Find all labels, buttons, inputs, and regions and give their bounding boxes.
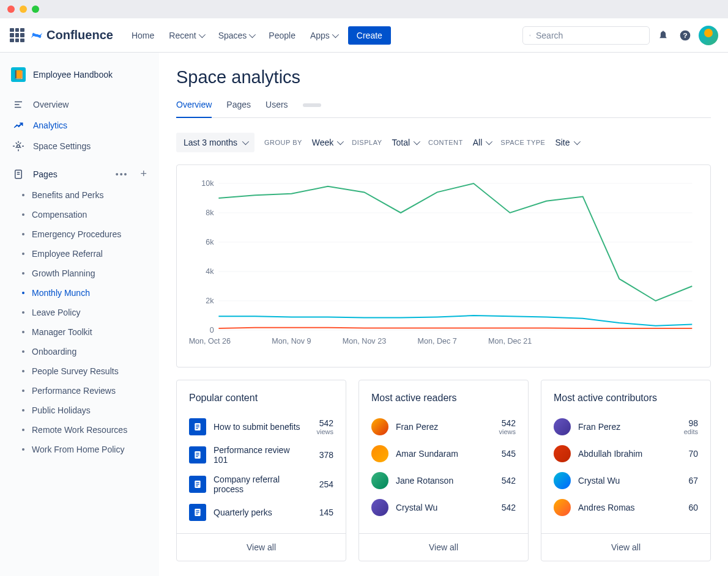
page-item[interactable]: Monthly Munch (15, 283, 154, 303)
svg-text:Mon, Nov 23: Mon, Nov 23 (343, 336, 386, 345)
maximize-window-button[interactable] (32, 6, 39, 13)
popular-view-all[interactable]: View all (177, 533, 346, 561)
list-item[interactable]: Crystal Wu542 (371, 494, 516, 521)
item-unit: edits (674, 428, 698, 435)
chevron-down-icon (249, 31, 256, 37)
readers-view-all[interactable]: View all (359, 533, 528, 561)
help-icon[interactable]: ? (677, 27, 694, 44)
page-item[interactable]: Remote Work Resources (15, 420, 154, 440)
page-item[interactable]: Compensation (15, 205, 154, 224)
app-switcher-icon[interactable] (10, 28, 24, 43)
content-label: CONTENT (428, 139, 463, 146)
nav-apps[interactable]: Apps (304, 27, 343, 44)
svg-text:0: 0 (210, 325, 214, 334)
page-item[interactable]: Leave Policy (15, 303, 154, 322)
nav-spaces[interactable]: Spaces (212, 27, 261, 44)
page-item-label: People Survey Results (32, 366, 119, 376)
confluence-icon (29, 28, 44, 43)
page-item[interactable]: Performance Reviews (15, 381, 154, 401)
search-icon (529, 31, 531, 40)
user-avatar[interactable] (699, 26, 718, 45)
nav-people[interactable]: People (262, 27, 302, 44)
list-item[interactable]: Crystal Wu67 (554, 467, 698, 494)
page-item[interactable]: Growth Planning (15, 264, 154, 283)
sidebar-pages-header[interactable]: Pages ••• + (5, 157, 154, 185)
groupby-value: Week (312, 138, 334, 147)
sidebar-analytics[interactable]: Analytics (5, 115, 154, 136)
list-item[interactable]: Performance review 101378 (189, 440, 333, 470)
close-window-button[interactable] (7, 6, 15, 13)
list-item[interactable]: Jane Rotanson542 (371, 467, 516, 494)
analytics-icon (12, 120, 24, 131)
tab-pages[interactable]: Pages (226, 100, 251, 117)
item-name: Abdullah Ibrahim (578, 449, 666, 459)
create-button[interactable]: Create (348, 26, 391, 45)
nav-links: Home Recent Spaces People Apps (125, 27, 343, 44)
page-item[interactable]: Employee Referral (15, 244, 154, 264)
list-item[interactable]: Andres Romas60 (554, 494, 698, 521)
user-avatar (554, 418, 571, 435)
page-item[interactable]: People Survey Results (15, 361, 154, 381)
add-page-icon[interactable]: + (140, 168, 147, 180)
svg-text:4k: 4k (206, 267, 214, 276)
page-item-label: Work From Home Policy (32, 445, 124, 454)
timerange-selector[interactable]: Last 3 months (176, 133, 254, 152)
minimize-window-button[interactable] (20, 6, 27, 13)
nav-recent[interactable]: Recent (163, 27, 209, 44)
list-item[interactable]: Abdullah Ibrahim70 (554, 440, 698, 467)
spacetype-selector[interactable]: Site (555, 138, 578, 147)
item-name: Jane Rotanson (396, 476, 484, 486)
bullet-icon (22, 253, 24, 255)
content-selector[interactable]: All (473, 138, 491, 147)
user-avatar (371, 445, 388, 462)
top-navigation: Confluence Home Recent Spaces People App… (0, 18, 728, 53)
item-name: Crystal Wu (578, 476, 666, 486)
page-icon (189, 504, 206, 521)
page-item-label: Compensation (32, 210, 87, 220)
bullet-icon (22, 311, 24, 314)
page-item[interactable]: Benefits and Perks (15, 185, 154, 205)
list-item[interactable]: Amar Sundaram545 (371, 440, 516, 467)
sidebar-overview[interactable]: Overview (5, 94, 154, 115)
list-item[interactable]: Fran Perez542views (371, 413, 516, 440)
filters-bar: Last 3 months GROUP BY Week DISPLAY Tota… (176, 133, 711, 152)
bullet-icon (22, 331, 24, 333)
nav-home[interactable]: Home (125, 27, 160, 44)
pages-icon (12, 169, 24, 180)
search-input[interactable] (536, 31, 643, 40)
list-item[interactable]: Fran Perez98edits (554, 413, 698, 440)
list-item[interactable]: Quarterly perks145 (189, 499, 333, 526)
page-item[interactable]: Onboarding (15, 342, 154, 361)
chevron-down-icon (486, 138, 492, 145)
search-box[interactable] (522, 26, 650, 45)
chevron-down-icon (198, 31, 205, 37)
list-item[interactable]: Company referral process254 (189, 470, 333, 499)
cards-row: Popular content How to submit benefits54… (176, 380, 711, 561)
groupby-selector[interactable]: Week (312, 138, 343, 147)
popular-content-title: Popular content (189, 393, 333, 404)
tab-overview[interactable]: Overview (176, 100, 212, 118)
chart-card: 02k4k6k8k10kMon, Oct 26Mon, Nov 9Mon, No… (176, 164, 711, 367)
confluence-logo[interactable]: Confluence (29, 28, 113, 43)
list-item[interactable]: How to submit benefits542views (189, 413, 333, 440)
item-name: Amar Sundaram (396, 449, 484, 459)
user-avatar (554, 445, 571, 462)
bullet-icon (22, 292, 24, 294)
sidebar-settings[interactable]: Space Settings (5, 136, 154, 157)
page-item[interactable]: Public Holidays (15, 401, 154, 420)
display-selector[interactable]: Total (392, 138, 419, 147)
item-unit: views (309, 428, 333, 435)
bullet-icon (22, 370, 24, 372)
space-header[interactable]: 📙 Employee Handbook (5, 65, 154, 94)
item-value: 70 (674, 449, 698, 459)
contributors-view-all[interactable]: View all (541, 533, 710, 561)
page-item[interactable]: Work From Home Policy (15, 440, 154, 459)
item-value: 98 (674, 418, 698, 428)
analytics-chart: 02k4k6k8k10kMon, Oct 26Mon, Nov 9Mon, No… (189, 177, 698, 355)
svg-line-1 (530, 35, 531, 36)
tab-users[interactable]: Users (266, 100, 288, 117)
notifications-icon[interactable] (655, 27, 672, 44)
page-item[interactable]: Manager Toolkit (15, 322, 154, 342)
more-icon[interactable]: ••• (116, 169, 128, 179)
page-item[interactable]: Emergency Procedures (15, 224, 154, 244)
